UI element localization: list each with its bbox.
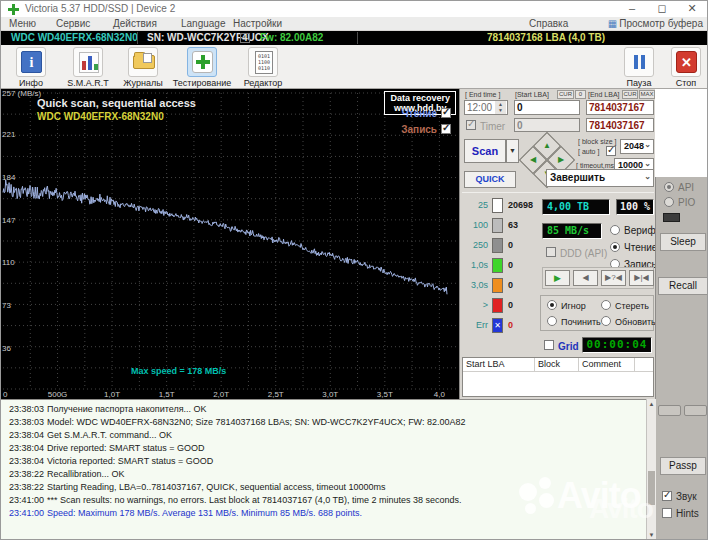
operation-log: 23:38:03Получение паспорта накопителя...…	[1, 399, 646, 540]
menu-help[interactable]: Справка	[529, 18, 568, 29]
drive-info-bar: WDC WD40EFRX-68N32N0 SN: WD-WCC7K2YF4UCX…	[1, 31, 708, 45]
logs-button[interactable]: Журналы	[119, 47, 167, 88]
timer-checkbox[interactable]: Timer	[466, 120, 505, 132]
verify-radio[interactable]: Вериф.	[610, 225, 658, 236]
sound-checkbox[interactable]: Звук	[662, 491, 697, 502]
pause-button[interactable]: Пауза	[619, 47, 659, 88]
svg-text:2,5T: 2,5T	[268, 390, 284, 399]
scroll-up-icon[interactable]: ▲	[647, 399, 656, 410]
editor-button[interactable]: 0101 1100 0110 Редактор	[237, 47, 289, 88]
defect-table: Start LBA Block Comment	[462, 357, 654, 397]
sleep-button[interactable]: Sleep	[660, 233, 706, 251]
testing-button[interactable]: Тестирование	[169, 47, 235, 88]
legend-row-1,0s: 1,0s0	[462, 257, 538, 277]
progress-display: 100%	[616, 199, 654, 215]
read-radio[interactable]: Чтение	[610, 242, 657, 253]
minimize-button[interactable]: –	[619, 1, 645, 17]
start-lba-input[interactable]: 0	[514, 100, 580, 115]
ddd-checkbox[interactable]: DDD (API)	[546, 247, 607, 259]
timer-end-input[interactable]: 7814037167	[586, 118, 654, 132]
defect-action-group: Игнор Стереть Починить Обновить	[540, 295, 654, 331]
legend-row-25: 2520698	[462, 197, 538, 217]
seek-error-button[interactable]: ▶?◀	[601, 270, 626, 286]
graph-drive-model: WDC WD40EFRX-68N32N0	[37, 111, 164, 122]
finish-action-combo[interactable]: Завершить	[546, 169, 654, 187]
seek-end-button[interactable]: ▶|◀	[629, 270, 654, 286]
end-lba-max-button[interactable]: MAX	[639, 90, 655, 99]
menu-bar: МенюСервисДействияLanguageНастройки Спра…	[1, 17, 708, 31]
end-time-spinner[interactable]: 12:00▲▼	[464, 100, 508, 115]
api-radio[interactable]: API	[664, 182, 694, 193]
editor-icon: 0101 1100 0110	[248, 47, 278, 77]
log-scrollbar[interactable]: ▲ ▼	[646, 399, 656, 540]
svg-text:2,0T: 2,0T	[213, 390, 229, 399]
ignore-radio[interactable]: Игнор	[547, 300, 586, 311]
mini-button-2[interactable]	[684, 405, 707, 416]
step-back-button[interactable]: ◀	[573, 270, 598, 286]
drive-x-button[interactable]: x	[240, 33, 250, 43]
end-lba-input[interactable]: 7814037167	[586, 100, 654, 115]
passport-button[interactable]: Passp	[660, 457, 706, 475]
stop-button[interactable]: ✕ Стоп	[667, 47, 705, 88]
hints-checkbox[interactable]: Hints	[662, 508, 699, 519]
svg-text:0: 0	[3, 390, 8, 399]
log-line-4: 23:38:04Victoria reported: SMART status …	[1, 456, 646, 469]
smart-button[interactable]: S.M.A.R.T	[61, 47, 115, 88]
scroll-down-icon[interactable]: ▼	[647, 530, 656, 540]
scan-dropdown-button[interactable]: ▼	[506, 139, 519, 163]
write-curve-toggle[interactable]: Запись	[401, 124, 451, 135]
play-button[interactable]: ▶	[545, 270, 570, 286]
title-bar: Victoria 5.37 HDD/SSD | Device 2 – ◻ ✕	[1, 1, 708, 17]
erase-radio[interactable]: Стереть	[601, 300, 649, 311]
spinner-arrows-icon[interactable]: ▲▼	[495, 101, 506, 114]
read-checkbox[interactable]	[441, 108, 451, 118]
menu-item-2[interactable]: Действия	[113, 18, 157, 29]
grid-checkbox[interactable]: Grid	[544, 340, 579, 352]
log-line-1: 23:38:03Model: WDC WD40EFRX-68N32N0; Siz…	[1, 417, 646, 430]
repair-radio[interactable]: Починить	[547, 316, 601, 327]
read-curve-toggle[interactable]: Чтение	[402, 108, 451, 119]
refresh-radio[interactable]: Обновить	[601, 316, 656, 327]
test-cross-icon	[187, 47, 217, 77]
scroll-thumb[interactable]	[648, 471, 655, 505]
start-lba-zero-button[interactable]: 0	[575, 90, 586, 99]
menu-item-0[interactable]: Меню	[9, 18, 36, 29]
svg-text:221: 221	[2, 130, 16, 139]
log-line-8: 23:41:00Speed: Maximum 178 MB/s. Average…	[1, 508, 646, 521]
pio-radio[interactable]: PIO	[664, 197, 695, 208]
scan-button[interactable]: Scan	[464, 139, 506, 163]
svg-text:73: 73	[2, 301, 11, 310]
start-lba-label: [Start LBA]	[515, 91, 549, 98]
auto-checkbox[interactable]	[606, 146, 616, 156]
close-button[interactable]: ✕	[679, 1, 705, 17]
block-size-combo[interactable]: 2048	[620, 139, 654, 154]
buffer-view-button[interactable]: ▦Просмотр буфера	[608, 18, 703, 29]
stop-icon: ✕	[671, 47, 701, 77]
block-time-legend: 25206981006325001,0s03,0s0>0Err✕0	[462, 197, 538, 337]
auto-label: [ auto ]	[578, 148, 599, 155]
start-lba-cur-button[interactable]: CUR	[557, 90, 574, 99]
svg-text:257 (MB/s): 257 (MB/s)	[2, 89, 41, 98]
menu-item-3[interactable]: Language	[181, 18, 226, 29]
end-lba-label: [End LBA]	[588, 91, 620, 98]
maximize-button[interactable]: ◻	[649, 1, 675, 17]
svg-text:1,5T: 1,5T	[159, 390, 175, 399]
svg-text:3,5T: 3,5T	[377, 390, 393, 399]
graph-title: Quick scan, sequential access	[37, 97, 196, 109]
write-checkbox[interactable]	[441, 124, 451, 134]
max-speed-note: Max speed = 178 MB/s	[131, 366, 226, 376]
drive-capacity: 7814037168 LBA (4,0 TB)	[431, 31, 661, 45]
timer-start-input[interactable]: 0	[514, 118, 580, 132]
log-line-5: 23:38:22Recallibration... OK	[1, 469, 646, 482]
end-lba-cur-button[interactable]: CUR	[622, 90, 638, 99]
menu-item-1[interactable]: Сервис	[56, 18, 90, 29]
menu-item-4[interactable]: Настройки	[233, 18, 282, 29]
end-time-label: [ End time ]	[465, 91, 500, 98]
info-button[interactable]: i Инфо	[9, 47, 53, 88]
drive-firmware: Fw: 82.00A82	[260, 31, 323, 45]
recall-button[interactable]: Recall	[658, 277, 708, 295]
svg-text:147: 147	[2, 216, 16, 225]
legend-row->: >0	[462, 297, 538, 317]
mini-button-1[interactable]	[658, 405, 681, 416]
quick-button[interactable]: QUICK	[464, 171, 516, 188]
